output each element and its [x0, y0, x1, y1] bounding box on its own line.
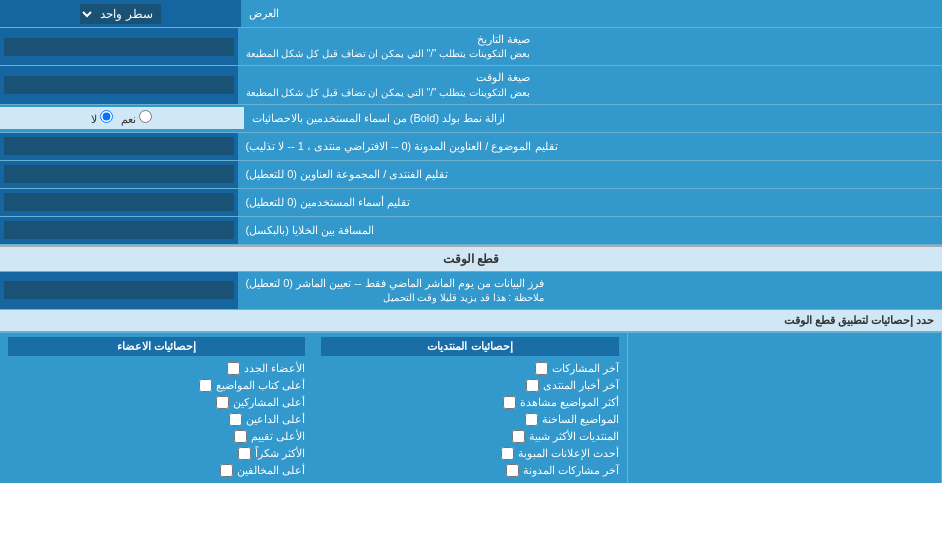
cell-distance-label: المسافة بين الخلايا (بالبكسل)	[238, 217, 943, 244]
display-label: العرض	[241, 0, 943, 27]
checkbox-posts-2[interactable]	[526, 379, 539, 392]
checkbox-posts-5[interactable]	[512, 430, 525, 443]
limit-row: حدد إحصائيات لتطبيق قطع الوقت	[0, 310, 942, 332]
radio-no-label: لا	[91, 110, 113, 126]
checkbox-members-7[interactable]	[220, 464, 233, 477]
checkbox-members-6[interactable]	[238, 447, 251, 460]
date-format-input[interactable]: d-m	[4, 38, 234, 56]
forum-limit-input-cell: 33	[0, 161, 238, 188]
titles-limit-row: تقليم الموضوع / العناوين المدونة (0 -- ا…	[0, 133, 942, 161]
checkbox-item: أحدث الإعلانات المبوبة	[321, 445, 618, 462]
checkbox-item: الأعلى تقييم	[8, 428, 305, 445]
checkbox-posts-4[interactable]	[525, 413, 538, 426]
time-format-row: صيغة الوقت بعض التكوينات يتطلب "/" التي …	[0, 66, 942, 104]
radio-yes-label: نعم	[121, 110, 152, 126]
checkbox-item: آخر المشاركات	[321, 360, 618, 377]
checkboxes-section: إحصائيات المنتديات آخر المشاركات آخر أخب…	[0, 332, 942, 483]
main-container: العرض سطر واحد صيغة التاريخ بعض التكوينا…	[0, 0, 942, 483]
date-format-row: صيغة التاريخ بعض التكوينات يتطلب "/" الت…	[0, 28, 942, 66]
cell-distance-input[interactable]: 2	[4, 221, 234, 239]
dropdown-cell[interactable]: سطر واحد	[0, 0, 241, 27]
cell-distance-row: المسافة بين الخلايا (بالبكسل) 2	[0, 217, 942, 245]
checkbox-item: أكثر المواضيع مشاهدة	[321, 394, 618, 411]
bold-no-radio[interactable]	[100, 110, 113, 123]
bold-remove-row: ازالة نمط بولد (Bold) من اسماء المستخدمي…	[0, 105, 942, 133]
checkbox-item: أعلى المشاركين	[8, 394, 305, 411]
posts-col-header: إحصائيات المنتديات	[321, 337, 618, 356]
checkbox-members-4[interactable]	[229, 413, 242, 426]
checkbox-item: المواضيع الساخنة	[321, 411, 618, 428]
bold-yes-radio[interactable]	[139, 110, 152, 123]
checkbox-posts-7[interactable]	[506, 464, 519, 477]
usernames-limit-input[interactable]: 0	[4, 193, 234, 211]
titles-limit-input-cell: 33	[0, 133, 238, 160]
time-format-input[interactable]: H:i	[4, 76, 234, 94]
checkbox-item: أعلى المخالفين	[8, 462, 305, 479]
date-format-label: صيغة التاريخ بعض التكوينات يتطلب "/" الت…	[238, 28, 943, 65]
cell-distance-input-cell: 2	[0, 217, 238, 244]
cutoff-input-cell: 0	[0, 272, 238, 309]
checkbox-item: آخر أخبار المنتدى	[321, 377, 618, 394]
checkbox-item: أعلى كتاب المواضيع	[8, 377, 305, 394]
usernames-limit-input-cell: 0	[0, 189, 238, 216]
checkbox-col-posts: إحصائيات المنتديات آخر المشاركات آخر أخب…	[313, 333, 627, 483]
checkbox-members-2[interactable]	[199, 379, 212, 392]
cutoff-label: فرز البيانات من يوم الماشر الماضي فقط --…	[238, 272, 943, 309]
titles-limit-label: تقليم الموضوع / العناوين المدونة (0 -- ا…	[238, 133, 943, 160]
cutoff-section-header: قطع الوقت	[0, 245, 942, 272]
forum-limit-row: تقليم الفنتدى / المجموعة العناوين (0 للت…	[0, 161, 942, 189]
checkbox-posts-1[interactable]	[535, 362, 548, 375]
usernames-limit-label: تقليم أسماء المستخدمين (0 للتعطيل)	[238, 189, 943, 216]
cutoff-input[interactable]: 0	[4, 281, 234, 299]
checkbox-item: الأكثر شكراً	[8, 445, 305, 462]
time-format-input-cell: H:i	[0, 66, 238, 103]
forum-limit-label: تقليم الفنتدى / المجموعة العناوين (0 للت…	[238, 161, 943, 188]
checkbox-item: المنتديات الأكثر شبية	[321, 428, 618, 445]
checkbox-members-5[interactable]	[234, 430, 247, 443]
checkbox-item: أعلى الداعين	[8, 411, 305, 428]
lines-dropdown[interactable]: سطر واحد	[80, 4, 161, 24]
titles-limit-input[interactable]: 33	[4, 137, 234, 155]
checkbox-col-members: إحصائيات الاعضاء الأعضاء الجدد أعلى كتاب…	[0, 333, 313, 483]
checkbox-item: آخر مشاركات المدونة	[321, 462, 618, 479]
checkbox-col-empty	[628, 333, 942, 483]
checkbox-members-1[interactable]	[227, 362, 240, 375]
checkbox-members-3[interactable]	[216, 396, 229, 409]
checkbox-posts-3[interactable]	[503, 396, 516, 409]
cutoff-row: فرز البيانات من يوم الماشر الماضي فقط --…	[0, 272, 942, 310]
checkbox-item: الأعضاء الجدد	[8, 360, 305, 377]
usernames-limit-row: تقليم أسماء المستخدمين (0 للتعطيل) 0	[0, 189, 942, 217]
date-format-input-cell: d-m	[0, 28, 238, 65]
header-row: العرض سطر واحد	[0, 0, 942, 28]
forum-limit-input[interactable]: 33	[4, 165, 234, 183]
bold-remove-label: ازالة نمط بولد (Bold) من اسماء المستخدمي…	[244, 107, 943, 130]
bold-remove-radio-cell: نعم لا	[0, 107, 244, 129]
members-col-header: إحصائيات الاعضاء	[8, 337, 305, 356]
time-format-label: صيغة الوقت بعض التكوينات يتطلب "/" التي …	[238, 66, 943, 103]
checkbox-posts-6[interactable]	[501, 447, 514, 460]
